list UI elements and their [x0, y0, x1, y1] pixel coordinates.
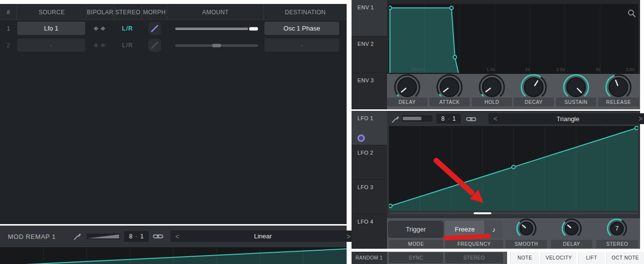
- attack-knob[interactable]: [436, 73, 463, 101]
- frequency-label: FREQUENCY: [445, 240, 503, 248]
- sustain-knob[interactable]: [562, 73, 590, 101]
- delay-label: DELAY: [387, 98, 427, 106]
- next-arrow[interactable]: >: [347, 232, 351, 240]
- source-button[interactable]: Lfo 1: [17, 22, 85, 35]
- morph-line-icon: [149, 23, 161, 34]
- remap-shape-name: Linear: [254, 232, 272, 240]
- chain-link-icon[interactable]: [466, 116, 477, 123]
- lfo-ratio-box[interactable]: 8-1: [436, 114, 461, 124]
- morph-button[interactable]: [148, 22, 161, 35]
- row-number: 1: [0, 21, 17, 36]
- matrix-row-1: 1 Lfo 1 L/R Osc 1 Phase: [0, 21, 347, 36]
- ratio-dash: -: [448, 115, 450, 122]
- random-tab-1[interactable]: RANDOM 1: [352, 252, 387, 264]
- matrix-header: # SOURCE BIPOLAR STEREO MORPH AMOUNT DES…: [0, 4, 347, 20]
- amount-slider-thumb[interactable]: [249, 27, 258, 31]
- lfo-phase-thumb[interactable]: [474, 212, 491, 214]
- keytrack-octnote-button[interactable]: OCT NOTE: [606, 252, 644, 264]
- lfo-tab-2[interactable]: LFO 2: [352, 145, 387, 180]
- stereo-button[interactable]: STEREO: [445, 253, 503, 263]
- col-header-num: #: [0, 4, 17, 20]
- svg-text:7: 7: [615, 225, 619, 232]
- source-button[interactable]: -: [17, 38, 85, 52]
- prev-arrow[interactable]: <: [175, 232, 179, 240]
- env-knob-row: DELAY ATTACK HOLD DECAY SUSTAIN RELEASE: [387, 74, 640, 109]
- destination-button[interactable]: Osc 1 Phase: [264, 22, 339, 35]
- lfo-bottom-bar: SYNC STEREO: [387, 252, 507, 264]
- magnifier-icon[interactable]: [627, 9, 636, 18]
- lfo-panel: 8-1 < Triangle > Trigger Freeze ♪ MODE: [387, 111, 640, 249]
- paint-brush-icon[interactable]: [391, 115, 400, 124]
- time-label: 3s: [583, 67, 600, 72]
- stereo-knob[interactable]: 7: [606, 218, 628, 239]
- lfo-mini-slider[interactable]: [402, 115, 432, 122]
- row-number: 2: [0, 38, 17, 53]
- mod-matrix-panel: # SOURCE BIPOLAR STEREO MORPH AMOUNT DES…: [0, 4, 347, 224]
- smooth-knob[interactable]: [515, 218, 537, 239]
- remap-mini-slider[interactable]: [87, 233, 120, 239]
- amount-slider[interactable]: [175, 44, 258, 47]
- col-header-source: SOURCE: [17, 4, 86, 20]
- ratio-a: 8: [129, 233, 132, 240]
- env-tabs: ENV 1 ENV 2 ENV 3: [352, 0, 387, 109]
- mode-label: MODE: [389, 240, 443, 248]
- smooth-label: SMOOTH: [506, 240, 547, 248]
- time-label: 3.5s: [617, 67, 634, 72]
- sync-button[interactable]: SYNC: [389, 253, 443, 263]
- remap-mini-ramp: [88, 234, 119, 238]
- keytrack-note-button[interactable]: NOTE: [510, 252, 539, 264]
- env-tab-1[interactable]: ENV 1: [352, 0, 387, 36]
- time-label: 500ms: [408, 67, 424, 72]
- decay-knob[interactable]: [520, 73, 547, 101]
- env-tab-3[interactable]: ENV 3: [352, 73, 387, 109]
- delay-knob[interactable]: [393, 73, 421, 101]
- matrix-row-2: 2 - L/R -: [0, 38, 347, 53]
- destination-button[interactable]: -: [264, 38, 339, 52]
- remap-graph[interactable]: [0, 247, 347, 264]
- bipolar-icon[interactable]: [93, 26, 106, 32]
- delay-knob[interactable]: [561, 218, 582, 239]
- lfo-graph[interactable]: [389, 126, 638, 211]
- amount-slider-thumb[interactable]: [212, 44, 221, 47]
- col-header-bipolar: BIPOLAR: [86, 4, 114, 20]
- env-tab-2[interactable]: ENV 2: [352, 36, 387, 73]
- amount-slider[interactable]: [175, 27, 258, 31]
- keytrack-lift-button[interactable]: LIFT: [578, 252, 605, 264]
- delay-label: DELAY: [551, 240, 592, 248]
- chain-link-icon[interactable]: [153, 233, 163, 240]
- bipolar-icon[interactable]: [93, 42, 106, 48]
- ratio-b: 1: [140, 233, 144, 240]
- morph-button[interactable]: [148, 39, 161, 52]
- lfo-shape-name: Triangle: [556, 115, 579, 123]
- lfo-tab-1[interactable]: LFO 1: [352, 111, 387, 145]
- stereo-toggle[interactable]: L/R: [114, 38, 141, 53]
- lfo-frequency-group: Freeze ♪: [445, 221, 503, 238]
- release-label: RELEASE: [598, 98, 639, 106]
- lfo-source-indicator[interactable]: [357, 134, 365, 142]
- lfo-mode-button[interactable]: Trigger: [388, 221, 444, 238]
- time-label: 2.5s: [548, 67, 565, 72]
- remap-shape-selector[interactable]: < Linear >: [170, 231, 355, 242]
- next-arrow[interactable]: >: [639, 115, 643, 123]
- hold-label: HOLD: [472, 98, 512, 106]
- lfo-tab-4[interactable]: LFO 4: [352, 214, 387, 249]
- env-graph[interactable]: 500ms 1.5s 2s 2.5s 3s 3.5s: [389, 4, 638, 74]
- paint-brush-icon[interactable]: [73, 232, 82, 241]
- attack-label: ATTACK: [429, 98, 470, 106]
- time-label: 1.5s: [478, 67, 495, 72]
- ratio-b: 1: [452, 115, 456, 122]
- keytrack-velocity-button[interactable]: VELOCITY: [541, 252, 577, 264]
- lfo-shape-selector[interactable]: < Triangle >: [488, 113, 644, 124]
- hold-knob[interactable]: [478, 73, 506, 101]
- time-label: 2s: [513, 67, 530, 72]
- lfo-tab-3[interactable]: LFO 3: [352, 180, 387, 214]
- lfo-phase-scrollbar[interactable]: [389, 212, 639, 214]
- morph-line-icon: [149, 39, 161, 51]
- stereo-toggle[interactable]: L/R: [114, 21, 141, 36]
- remap-ratio-box[interactable]: 8-1: [124, 231, 149, 242]
- tempo-note-icon[interactable]: ♪: [484, 221, 503, 238]
- release-knob[interactable]: [605, 73, 632, 101]
- col-header-destination: DESTINATION: [263, 4, 347, 20]
- prev-arrow[interactable]: <: [493, 115, 497, 123]
- freeze-button[interactable]: Freeze: [445, 221, 484, 238]
